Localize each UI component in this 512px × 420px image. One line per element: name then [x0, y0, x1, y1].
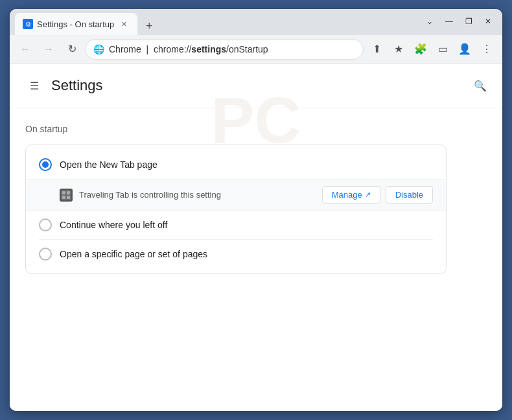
tab-favicon: ⚙ [23, 19, 33, 29]
manage-button[interactable]: Manage ↗ [322, 186, 380, 204]
page-content: PC RISK.COM ☰ Settings 🔍 On startup Open… [10, 64, 502, 411]
option-specific[interactable]: Open a specific page or set of pages [26, 240, 446, 268]
extension-row: Traveling Tab is controlling this settin… [26, 179, 446, 211]
menu-button[interactable]: ⋮ [476, 39, 497, 60]
bookmark-button[interactable]: ★ [388, 39, 409, 60]
back-button[interactable]: ← [15, 39, 36, 60]
address-bar[interactable]: 🌐 Chrome | chrome://settings/onStartup [85, 39, 364, 60]
site-info-icon[interactable]: 🌐 [93, 44, 104, 54]
dropdown-button[interactable]: ⌄ [421, 14, 439, 29]
svg-rect-3 [62, 196, 65, 199]
search-button[interactable]: 🔍 [469, 74, 492, 97]
url-settings: settings [191, 44, 226, 54]
address-text: Chrome | chrome://settings/onStartup [109, 44, 268, 54]
settings-header: ☰ Settings 🔍 [10, 64, 502, 108]
settings-title: Settings [51, 77, 103, 94]
url-path: /onStartup [226, 44, 268, 54]
svg-rect-1 [62, 191, 65, 194]
radio-new-tab-inner [42, 161, 49, 168]
option-new-tab-label: Open the New Tab page [60, 159, 157, 170]
chrome-label: Chrome | chrome:// [109, 44, 191, 54]
tab-close-button[interactable]: ✕ [118, 18, 130, 30]
minimize-button[interactable]: — [440, 14, 458, 29]
browser-window: ⚙ Settings - On startup ✕ + ⌄ — ❐ ✕ ← → … [10, 9, 502, 411]
reload-button[interactable]: ↻ [62, 39, 82, 60]
extension-icon [60, 189, 73, 202]
sidebar-button[interactable]: ▭ [432, 39, 453, 60]
option-new-tab[interactable]: Open the New Tab page [26, 150, 446, 179]
toolbar-right: ⬆ ★ 🧩 ▭ 👤 ⋮ [366, 39, 497, 60]
radio-continue[interactable] [39, 218, 52, 231]
svg-rect-2 [67, 191, 70, 194]
startup-options-card: Open the New Tab page [25, 145, 447, 274]
on-startup-section: On startup Open the New Tab page [10, 108, 502, 285]
title-bar: ⚙ Settings - On startup ✕ + ⌄ — ❐ ✕ [10, 9, 502, 35]
radio-specific[interactable] [39, 248, 52, 261]
external-link-icon: ↗ [365, 191, 371, 199]
tab-title: Settings - On startup [37, 19, 114, 29]
window-controls: ⌄ — ❐ ✕ [421, 14, 497, 29]
settings-container: ☰ Settings 🔍 On startup Open the New Tab… [10, 64, 502, 285]
option-continue[interactable]: Continue where you left off [26, 211, 446, 239]
option-specific-label: Open a specific page or set of pages [60, 249, 207, 259]
svg-rect-4 [67, 196, 70, 199]
option-continue-label: Continue where you left off [60, 220, 167, 230]
hamburger-button[interactable]: ☰ [23, 74, 46, 97]
toolbar: ← → ↻ 🌐 Chrome | chrome://settings/onSta… [10, 35, 502, 64]
maximize-button[interactable]: ❐ [460, 14, 478, 29]
forward-button[interactable]: → [38, 39, 59, 60]
share-button[interactable]: ⬆ [366, 39, 387, 60]
extension-text: Traveling Tab is controlling this settin… [79, 190, 316, 200]
tabs-row: ⚙ Settings - On startup ✕ + [15, 9, 158, 35]
disable-button[interactable]: Disable [386, 186, 433, 204]
extensions-button[interactable]: 🧩 [410, 39, 431, 60]
radio-new-tab[interactable] [39, 158, 52, 171]
profile-button[interactable]: 👤 [454, 39, 475, 60]
new-tab-button[interactable]: + [140, 17, 158, 35]
close-button[interactable]: ✕ [479, 14, 497, 29]
section-title: On startup [25, 124, 487, 134]
active-tab[interactable]: ⚙ Settings - On startup ✕ [15, 13, 137, 35]
extension-buttons: Manage ↗ Disable [322, 186, 433, 204]
